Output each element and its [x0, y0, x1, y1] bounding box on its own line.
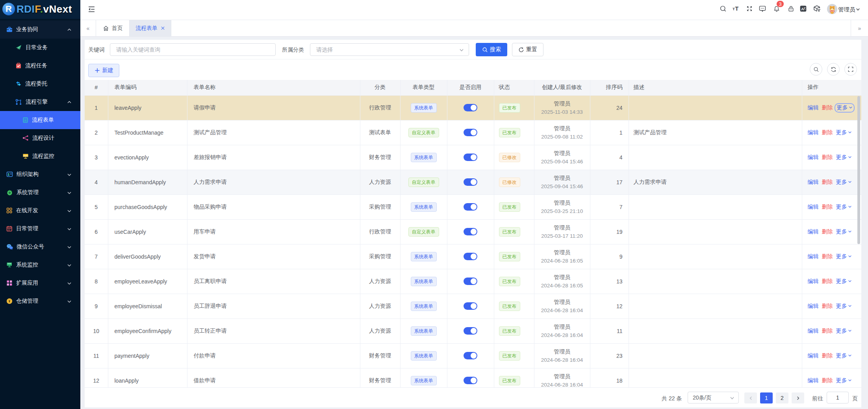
svg-text:T: T: [733, 7, 735, 11]
svg-text:T: T: [735, 6, 738, 12]
svg-text:A: A: [801, 7, 804, 11]
